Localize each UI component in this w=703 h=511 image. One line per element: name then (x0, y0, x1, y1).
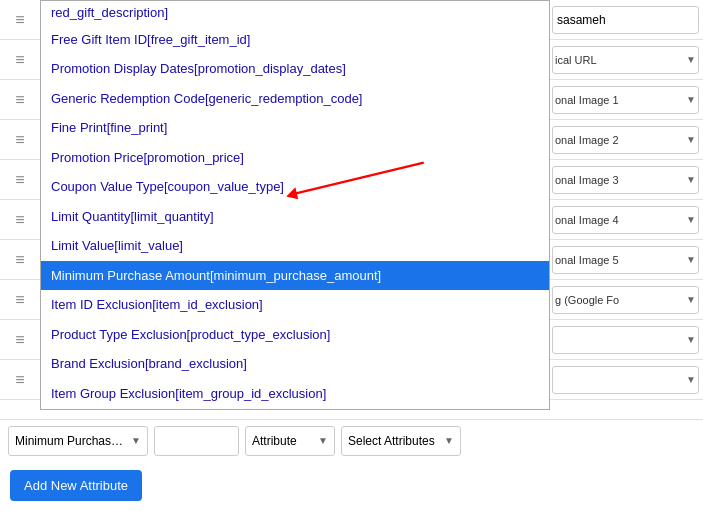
visible-area: ≡ ≡ ≡ ≡ ≡ ≡ ≡ ≡ ≡ ≡ red_gift_description… (0, 0, 703, 410)
dropdown-item-fine-print[interactable]: Fine Print[fine_print] (41, 113, 549, 143)
attribute-bottom-select[interactable]: Attribute ▼ (245, 426, 335, 456)
dropdown-item-brand-exclusion[interactable]: Brand Exclusion[brand_exclusion] (41, 349, 549, 379)
drag-handle-1[interactable]: ≡ (0, 0, 40, 40)
dropdown-item-item-group-exclusion[interactable]: Item Group Exclusion[item_group_id_exclu… (41, 379, 549, 409)
right-row-3: onal Image 1 ▼ (548, 80, 703, 120)
right-row-8: g (Google Fo ▼ (548, 280, 703, 320)
chevron-down-icon: ▼ (686, 254, 696, 265)
chevron-down-icon: ▼ (686, 174, 696, 185)
right-row-6: onal Image 4 ▼ (548, 200, 703, 240)
drag-handle-8[interactable]: ≡ (0, 280, 40, 320)
mpn-select-label: Minimum Purchase An (15, 434, 125, 448)
right-select-9[interactable]: ▼ (552, 326, 699, 354)
right-row-4: onal Image 2 ▼ (548, 120, 703, 160)
mpn-chevron-icon: ▼ (131, 435, 141, 446)
right-row-10: ▼ (548, 360, 703, 400)
right-row-7: onal Image 5 ▼ (548, 240, 703, 280)
drag-handle-10[interactable]: ≡ (0, 360, 40, 400)
select-attributes-label: Select Attributes (348, 434, 435, 448)
right-attribute-rows: ical URL ▼ onal Image 1 ▼ onal Image 2 ▼ (548, 0, 703, 400)
right-select-5[interactable]: onal Image 3 ▼ (552, 166, 699, 194)
drag-handles-list: ≡ ≡ ≡ ≡ ≡ ≡ ≡ ≡ ≡ ≡ (0, 0, 40, 410)
attribute-select-label: Attribute (252, 434, 297, 448)
main-container: ≡ ≡ ≡ ≡ ≡ ≡ ≡ ≡ ≡ ≡ red_gift_description… (0, 0, 703, 511)
drag-handle-4[interactable]: ≡ (0, 120, 40, 160)
right-row-5: onal Image 3 ▼ (548, 160, 703, 200)
select-attributes-dropdown[interactable]: Select Attributes ▼ (341, 426, 461, 456)
chevron-down-icon: ▼ (686, 374, 696, 385)
attribute-dropdown-list[interactable]: red_gift_description] Free Gift Item ID[… (40, 0, 550, 410)
add-new-attribute-button[interactable]: Add New Attribute (10, 470, 142, 501)
mpn-bottom-select[interactable]: Minimum Purchase An ▼ (8, 426, 148, 456)
right-row-1 (548, 0, 703, 40)
right-select-3[interactable]: onal Image 1 ▼ (552, 86, 699, 114)
right-row-9: ▼ (548, 320, 703, 360)
chevron-down-icon: ▼ (686, 214, 696, 225)
bottom-toolbar: Minimum Purchase An ▼ Attribute ▼ Select… (0, 419, 703, 461)
drag-handle-2[interactable]: ≡ (0, 40, 40, 80)
dropdown-item-promo-dates[interactable]: Promotion Display Dates[promotion_displa… (41, 54, 549, 84)
right-select-8[interactable]: g (Google Fo ▼ (552, 286, 699, 314)
dropdown-item-product-type-exclusion[interactable]: Product Type Exclusion[product_type_excl… (41, 320, 549, 350)
dropdown-item-min-purchase[interactable]: Minimum Purchase Amount[minimum_purchase… (41, 261, 549, 291)
dropdown-item-limit-value[interactable]: Limit Value[limit_value] (41, 231, 549, 261)
right-select-2[interactable]: ical URL ▼ (552, 46, 699, 74)
right-select-6[interactable]: onal Image 4 ▼ (552, 206, 699, 234)
drag-handle-6[interactable]: ≡ (0, 200, 40, 240)
dropdown-item-free-gift[interactable]: Free Gift Item ID[free_gift_item_id] (41, 25, 549, 55)
chevron-down-icon: ▼ (686, 94, 696, 105)
select-attributes-chevron-icon: ▼ (444, 435, 454, 446)
chevron-down-icon: ▼ (686, 294, 696, 305)
drag-handle-9[interactable]: ≡ (0, 320, 40, 360)
right-row-2: ical URL ▼ (548, 40, 703, 80)
chevron-down-icon: ▼ (686, 134, 696, 145)
dropdown-item-coupon-value[interactable]: Coupon Value Type[coupon_value_type] (41, 172, 549, 202)
dropdown-item-redemption-code[interactable]: Generic Redemption Code[generic_redempti… (41, 84, 549, 114)
right-input-1[interactable] (552, 6, 699, 34)
right-select-4[interactable]: onal Image 2 ▼ (552, 126, 699, 154)
drag-handle-5[interactable]: ≡ (0, 160, 40, 200)
right-select-7[interactable]: onal Image 5 ▼ (552, 246, 699, 274)
drag-handle-3[interactable]: ≡ (0, 80, 40, 120)
dropdown-item-limit-qty[interactable]: Limit Quantity[limit_quantity] (41, 202, 549, 232)
attribute-chevron-icon: ▼ (318, 435, 328, 446)
right-select-10[interactable]: ▼ (552, 366, 699, 394)
dropdown-item-red-gift[interactable]: red_gift_description] (41, 1, 549, 25)
shopping-action-section-header: Shopping Action Attributes (41, 408, 549, 410)
chevron-down-icon: ▼ (686, 334, 696, 345)
chevron-down-icon: ▼ (686, 54, 696, 65)
drag-handle-7[interactable]: ≡ (0, 240, 40, 280)
dropdown-item-item-id-exclusion[interactable]: Item ID Exclusion[item_id_exclusion] (41, 290, 549, 320)
dropdown-item-promo-price[interactable]: Promotion Price[promotion_price] (41, 143, 549, 173)
bottom-value-input[interactable] (154, 426, 239, 456)
